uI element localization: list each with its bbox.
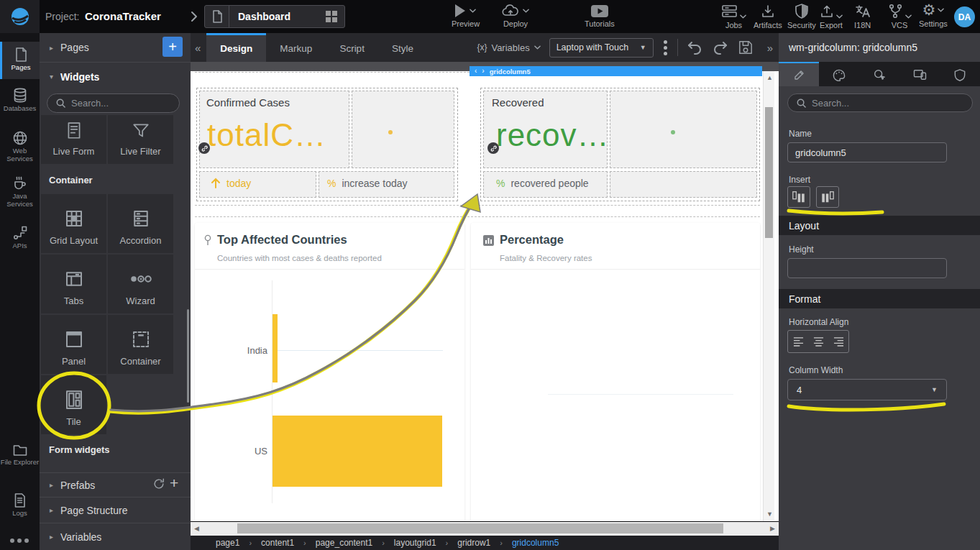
deploy-button[interactable]: Deploy bbox=[502, 4, 529, 28]
canvas-more-menu-button[interactable] bbox=[654, 33, 677, 62]
canvas-hscrollbar[interactable]: ◀ ▶ bbox=[191, 522, 779, 536]
app-logo[interactable] bbox=[0, 0, 40, 33]
widget-accordion[interactable]: Accordion bbox=[108, 194, 173, 253]
settings-button[interactable]: ⚙ Settings bbox=[919, 2, 948, 28]
binding-link-icon[interactable] bbox=[487, 142, 499, 154]
sidebar-item-file-explorer[interactable]: File Explorer bbox=[0, 440, 40, 483]
grid-row-border bbox=[195, 205, 760, 206]
recovered-side-cell[interactable] bbox=[610, 91, 757, 168]
widget-tile[interactable]: Tile bbox=[41, 375, 106, 434]
save-icon[interactable] bbox=[738, 40, 753, 55]
export-button[interactable]: Export bbox=[820, 4, 843, 29]
variables-section-header[interactable]: ▸ Variables bbox=[40, 523, 191, 550]
widget-container[interactable]: Container bbox=[108, 315, 173, 374]
align-right-button[interactable] bbox=[828, 331, 848, 352]
confirmed-value[interactable]: totalC… bbox=[207, 117, 326, 153]
tab-style[interactable]: Style bbox=[378, 33, 427, 62]
variables-menu-button[interactable]: {x} Variables bbox=[477, 33, 540, 62]
collapse-right-panel-button[interactable]: » bbox=[761, 33, 779, 62]
sidebar-item-databases[interactable]: Databases bbox=[0, 83, 40, 122]
binding-link-icon[interactable] bbox=[198, 142, 210, 154]
align-left-button[interactable] bbox=[788, 331, 808, 352]
tab-properties[interactable] bbox=[779, 62, 819, 86]
collapse-left-panel-button[interactable]: « bbox=[191, 33, 206, 62]
artifacts-button[interactable]: Artifacts bbox=[754, 4, 782, 29]
properties-search-input[interactable]: Search... bbox=[787, 93, 973, 112]
widget-grid-layout[interactable]: Grid Layout bbox=[41, 194, 106, 253]
rail-more-button[interactable] bbox=[10, 538, 29, 543]
youtube-icon bbox=[591, 5, 608, 17]
prefabs-section-header[interactable]: ▸ Prefabs bbox=[40, 472, 191, 497]
security-button[interactable]: Security bbox=[787, 4, 816, 29]
sidebar-item-java-services[interactable]: Java Services bbox=[0, 173, 40, 216]
add-page-button[interactable]: + bbox=[162, 37, 183, 57]
prefabs-refresh-icon[interactable] bbox=[152, 477, 165, 490]
preview-button[interactable]: Preview bbox=[452, 4, 480, 28]
breadcrumb-item-current[interactable]: gridcolumn5 bbox=[512, 538, 559, 548]
insert-column-before-button[interactable] bbox=[787, 186, 810, 208]
widgets-section-header[interactable]: ▾ Widgets bbox=[40, 62, 191, 91]
vscrollbar-thumb[interactable] bbox=[765, 107, 773, 238]
breadcrumb-item[interactable]: page1 bbox=[216, 538, 239, 548]
redo-icon[interactable] bbox=[713, 40, 728, 55]
scroll-left-arrow[interactable]: ◀ bbox=[194, 526, 199, 532]
widget-wizard[interactable]: Wizard bbox=[108, 255, 173, 313]
insert-column-after-button[interactable] bbox=[816, 186, 839, 208]
sidebar-item-apis[interactable]: APIs bbox=[0, 221, 40, 259]
tab-security[interactable] bbox=[940, 62, 980, 86]
height-input[interactable] bbox=[787, 258, 947, 278]
tab-script[interactable]: Script bbox=[326, 33, 378, 62]
sidebar-item-logs[interactable]: Logs bbox=[0, 489, 40, 526]
widget-live-filter[interactable]: Live Filter bbox=[108, 115, 173, 164]
select-prev-icon[interactable]: ‹ bbox=[475, 68, 477, 75]
selection-header-gridcolumn5[interactable]: ‹ › gridcolumn5 bbox=[470, 66, 762, 76]
recovered-value[interactable]: recov… bbox=[496, 117, 610, 153]
sidebar-item-pages[interactable]: Pages bbox=[0, 42, 40, 79]
recovered-stat2-cell[interactable] bbox=[610, 171, 757, 198]
tab-markup[interactable]: Markup bbox=[266, 33, 326, 62]
align-center-button[interactable] bbox=[808, 331, 828, 352]
canvas-vscrollbar[interactable]: ▲ ▼ bbox=[763, 71, 774, 521]
widget-live-form[interactable]: Live Form bbox=[41, 115, 106, 164]
name-input[interactable] bbox=[787, 142, 947, 162]
sidebar-item-web-services[interactable]: Web Services bbox=[0, 127, 40, 170]
prefabs-add-icon[interactable]: + bbox=[170, 475, 178, 492]
recovered-stat[interactable]: % recovered people bbox=[496, 178, 589, 189]
confirmed-stat1[interactable]: today bbox=[211, 178, 251, 189]
tab-inspector[interactable] bbox=[859, 62, 899, 86]
widget-tabs[interactable]: Tabs bbox=[41, 255, 106, 313]
breadcrumb-item[interactable]: content1 bbox=[261, 538, 294, 548]
tab-devices[interactable] bbox=[899, 62, 940, 86]
breadcrumb-item[interactable]: page_content1 bbox=[316, 538, 372, 548]
bar-india[interactable] bbox=[273, 314, 278, 382]
tab-design[interactable]: Design bbox=[206, 33, 266, 62]
page-grid-icon[interactable] bbox=[326, 11, 337, 22]
confirmed-side-cell[interactable] bbox=[352, 91, 454, 168]
undo-icon[interactable] bbox=[687, 40, 702, 55]
select-next-icon[interactable]: › bbox=[482, 68, 484, 75]
device-select[interactable]: Laptop with Touch ▼ bbox=[549, 38, 654, 58]
layout-section-header[interactable]: Layout bbox=[779, 216, 980, 235]
jobs-button[interactable]: Jobs bbox=[721, 4, 746, 29]
column-width-select[interactable]: 4 ▼ bbox=[787, 379, 947, 400]
confirmed-stat2[interactable]: % increase today bbox=[327, 178, 408, 189]
left-panel-scrollbar-thumb[interactable] bbox=[187, 309, 189, 403]
scroll-up-arrow[interactable]: ▲ bbox=[766, 75, 773, 81]
breadcrumb-item[interactable]: layoutgrid1 bbox=[394, 538, 436, 548]
breadcrumb-item[interactable]: gridrow1 bbox=[457, 538, 490, 548]
page-structure-section-header[interactable]: ▸ Page Structure bbox=[40, 497, 191, 523]
i18n-button[interactable]: I18N bbox=[854, 4, 871, 29]
scroll-right-arrow[interactable]: ▶ bbox=[770, 526, 775, 532]
page-tab-dashboard[interactable]: Dashboard bbox=[204, 5, 345, 28]
tab-styles[interactable] bbox=[819, 62, 859, 86]
widget-panel[interactable]: Panel bbox=[41, 315, 106, 374]
avatar[interactable]: DA bbox=[954, 6, 975, 27]
bar-us[interactable] bbox=[273, 416, 442, 487]
widget-search-input[interactable]: Search... bbox=[47, 93, 180, 113]
format-section-header[interactable]: Format bbox=[779, 289, 980, 308]
hscrollbar-thumb[interactable] bbox=[237, 523, 723, 533]
vcs-button[interactable]: VCS bbox=[887, 4, 912, 29]
scroll-down-arrow[interactable]: ▼ bbox=[766, 511, 773, 518]
tutorials-button[interactable]: Tutorials bbox=[585, 5, 615, 28]
percentage-panel[interactable] bbox=[471, 223, 760, 521]
